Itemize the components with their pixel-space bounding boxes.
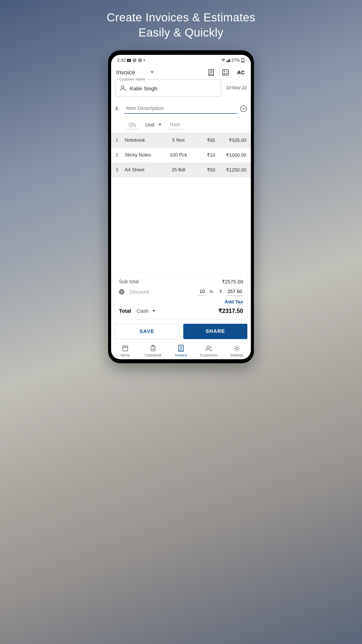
wifi-icon [221,58,225,62]
row-rate: ₹10 [193,152,215,158]
svg-point-5 [139,60,141,61]
row-name: A4 Sheet [125,167,164,173]
person-icon [119,85,126,92]
doc-type-dropdown[interactable]: Invoice [116,69,135,76]
row-total: ₹1250.00 [215,167,246,173]
battery-icon [241,58,245,62]
row-qty: 100 Pck [164,152,193,158]
customer-name-field[interactable]: Customer Name Kabir Singh [115,79,221,97]
svg-rect-2 [133,59,136,62]
row-total: ₹1000.00 [215,152,246,158]
svg-rect-8 [227,60,228,62]
row-index: 1 [116,137,125,143]
total-row: Total Cash ₹2317.50 [119,305,243,315]
nav-invoice[interactable]: Invoice [167,345,195,357]
cashbook-icon [150,345,157,352]
instagram-icon-2 [138,58,142,62]
row-total: ₹325.00 [215,137,246,143]
customers-icon [205,345,212,352]
nav-items-label: Items [120,353,130,357]
item-row[interactable]: 3 A4 Sheet 25 Bdl ₹50 ₹1250.00 [111,163,251,177]
subtotal-value: ₹2575.00 [222,279,243,285]
hero-headline: Create Invoices & Estimates Easily & Qui… [107,10,255,40]
nav-settings[interactable]: Settings [223,345,251,357]
svg-point-26 [121,86,124,88]
rupee-sign: ₹ [219,289,222,295]
svg-marker-14 [150,71,154,73]
rate-input[interactable]: Rate [167,121,183,129]
items-icon [122,345,129,352]
discount-percent-input[interactable]: 10 [198,288,206,296]
percent-sign: % [209,289,213,294]
nav-customers[interactable]: Customers [195,345,223,357]
svg-rect-13 [242,61,244,62]
battery-pct: 27% [231,58,240,63]
row-qty: 25 Bdl [164,167,193,173]
customer-name-value: Kabir Singh [130,86,157,92]
remove-discount-icon[interactable]: ✕ [119,289,124,295]
svg-point-6 [223,61,223,62]
dropdown-arrow-icon[interactable] [150,70,154,75]
svg-point-3 [134,60,135,61]
nav-cashbook-label: Cashbook [145,353,162,357]
unit-dropdown[interactable]: Unit [145,122,161,128]
svg-rect-9 [228,60,229,62]
row-rate: ₹50 [193,167,215,173]
item-row[interactable]: 2 Sticky Notes 100 Pck ₹10 ₹1000.00 [111,148,251,163]
svg-rect-18 [223,70,228,75]
ac-button[interactable]: AC [237,69,245,75]
nav-invoice-label: Invoice [175,353,187,357]
customer-row: Customer Name Kabir Singh 10-Nov-22 [111,79,251,97]
row-qty: 5 Nos [164,137,193,143]
totals-card: Sub total ₹2575.00 ✕ Discount 10 % ₹ 257… [114,273,248,319]
discount-label: Discount [129,289,194,295]
hero-line1: Create Invoices & Estimates [107,10,255,25]
row-rate: ₹65 [193,137,215,143]
svg-rect-4 [139,59,142,62]
youtube-icon [127,58,131,62]
remove-item-icon[interactable] [240,105,247,112]
phone-frame: 2:32 27% [108,50,254,363]
phone-screen: 2:32 27% [111,55,251,359]
nav-items[interactable]: Items [111,345,139,357]
payment-method-dropdown[interactable]: Cash [137,308,156,314]
svg-rect-7 [226,61,227,62]
item-row[interactable]: 1 Notebook 5 Nos ₹65 ₹325.00 [111,133,251,148]
discount-amount-input[interactable]: 257.50 [225,288,243,296]
nav-cashbook[interactable]: Cashbook [139,345,167,357]
payment-method-value: Cash [137,308,149,314]
qty-unit-rate-row: Qty Unit Rate [111,115,251,133]
calculator-icon[interactable] [222,69,229,76]
nav-customers-label: Customers [200,353,218,357]
customer-name-label: Customer Name [118,77,146,81]
status-dot [144,60,145,61]
share-button[interactable]: SHARE [183,324,247,339]
item-entry-num: 4. [115,106,121,111]
status-bar: 2:32 27% [111,55,251,64]
svg-rect-30 [123,346,128,351]
add-tax-row: Add Tax [119,297,243,305]
svg-marker-29 [152,310,155,312]
svg-marker-28 [158,124,161,126]
invoice-date[interactable]: 10-Nov-22 [226,85,247,91]
receipt-icon[interactable] [208,69,215,76]
subtotal-row: Sub total ₹2575.00 [119,277,243,287]
svg-point-39 [236,347,238,349]
bottom-nav: Items Cashbook Invoice Customers [111,343,251,359]
instagram-icon [132,58,137,62]
item-description-input[interactable] [125,104,237,114]
svg-rect-27 [242,108,245,109]
hero-line2: Easily & Quickly [107,25,255,40]
unit-label: Unit [145,122,154,128]
row-index: 2 [116,152,125,158]
nav-settings-label: Settings [230,353,244,357]
subtotal-label: Sub total [119,279,139,285]
items-list: 1 Notebook 5 Nos ₹65 ₹325.00 2 Sticky No… [111,133,251,177]
qty-input[interactable]: Qty [126,121,139,129]
grand-total-value: ₹2317.50 [218,308,243,314]
add-tax-button[interactable]: Add Tax [224,299,243,304]
chevron-down-icon [152,310,155,312]
row-index: 3 [116,167,125,173]
save-button[interactable]: SAVE [115,324,179,339]
action-row: SAVE SHARE [111,321,251,343]
